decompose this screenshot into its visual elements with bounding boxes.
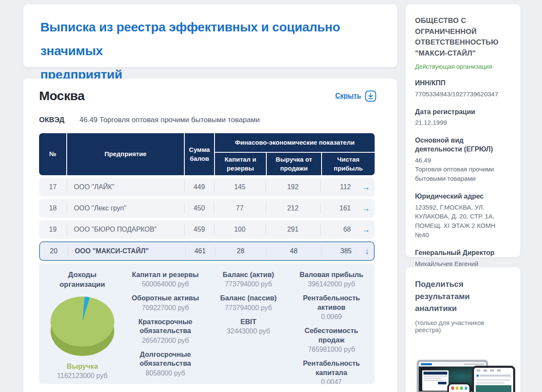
- region-title: Москва: [39, 89, 85, 103]
- metric: Долгосрочные обязательства 8058000 руб: [128, 350, 203, 377]
- metric-value: 8058000 руб: [128, 370, 203, 377]
- devices-illustration: [415, 344, 515, 392]
- income-chart-title: Доходы организации: [45, 270, 120, 290]
- legend-revenue-value: 1162123000 руб: [45, 372, 120, 380]
- row-capital: 100: [214, 220, 265, 239]
- col-header-company: Предприятие: [67, 133, 184, 175]
- col-header-num: №: [39, 133, 66, 175]
- okved-value: 46.49 Торговля оптовая прочими бытовыми …: [79, 116, 260, 124]
- metric-value: 265672000 руб: [128, 337, 203, 344]
- metrics-column: Капитал и резервы 500064000 руб Оборотны…: [124, 270, 207, 384]
- company-info-card: ОБЩЕСТВО С ОГРАНИЧЕННОЙ ОТВЕТСТВЕННОСТЬЮ…: [406, 4, 520, 257]
- metrics-column: Валовая прибыль 396142000 руб Рентабельн…: [290, 270, 373, 384]
- income-pie-chart: [51, 297, 114, 357]
- row-capital: 145: [214, 178, 265, 196]
- row-score: 459: [184, 220, 214, 239]
- row-company: ООО "БЮРО ПОДАРКОВ": [67, 220, 184, 239]
- tablet-mockup: [472, 366, 515, 392]
- metric-label: Баланс (пассив): [211, 294, 286, 302]
- metric-value: 0.0047: [294, 378, 369, 384]
- region-card: Москва Скрыть ОКВЭД 46.49 Торговля оптов…: [23, 78, 397, 392]
- col-header-score: Сумма балов: [185, 133, 214, 175]
- row-capital: 77: [214, 199, 265, 218]
- table-row[interactable]: 19 ООО "БЮРО ПОДАРКОВ" 459 100 291 68 →: [39, 220, 375, 239]
- metric: Валовая прибыль 396142000 руб: [294, 270, 369, 288]
- info-field: Основной вид деятельности (ЕГРЮЛ) 46.49 …: [415, 136, 511, 183]
- col-header-capital: Капитал и резервы: [215, 153, 266, 175]
- phone-mockup: [447, 383, 471, 392]
- metrics-column: Баланс (актив) 773794000 руб Баланс (пас…: [207, 270, 290, 384]
- expand-row-icon[interactable]: →: [362, 183, 370, 191]
- row-num: 18: [39, 199, 67, 218]
- row-num: 17: [39, 178, 67, 196]
- expand-row-icon[interactable]: →: [362, 204, 370, 213]
- row-company: ООО "МАКСИ-СТАЙЛ": [68, 242, 185, 260]
- metric: Рентабельность активов 0.0069: [294, 294, 369, 321]
- collapse-arrow-icon[interactable]: [365, 90, 376, 102]
- page: Выписка из реестра эффективных и социаль…: [0, 0, 542, 392]
- metric-value: 765981000 руб: [294, 346, 369, 353]
- table-row[interactable]: 18 ООО "Лекс груп" 450 77 212 161 →: [39, 199, 375, 218]
- metric-value: 500064000 руб: [128, 280, 203, 288]
- info-value: 46.49 Торговля оптовая прочими бытовыми …: [415, 156, 511, 183]
- metric-value: 396142000 руб: [294, 280, 369, 288]
- table-row-selected[interactable]: 20 ООО "МАКСИ-СТАЙЛ" 461 28 48 385 ↓: [39, 241, 375, 261]
- hide-link[interactable]: Скрыть: [335, 92, 361, 100]
- collapse-row-icon[interactable]: ↓: [365, 247, 370, 255]
- metric-value: 709227000 руб: [128, 304, 203, 312]
- expand-row-icon[interactable]: →: [362, 226, 370, 234]
- col-header-profit: Чистая прибыль: [322, 153, 375, 175]
- metric: Рентабельность капитала 0.0047: [294, 359, 369, 384]
- metric: Баланс (актив) 773794000 руб: [211, 270, 286, 288]
- legend-other-income-label: Другие доходы: [45, 383, 120, 384]
- hide-section-button[interactable]: Скрыть: [335, 90, 376, 102]
- info-value: 21.12.1999: [415, 118, 511, 127]
- info-field: Дата регистрации 21.12.1999: [415, 108, 511, 128]
- row-revenue: 212: [265, 199, 320, 218]
- row-capital: 28: [215, 242, 266, 260]
- legend-revenue-label: Выручка: [45, 362, 120, 371]
- metric: Оборотные активы 709227000 руб: [128, 294, 203, 311]
- row-score: 461: [185, 242, 215, 260]
- row-score: 449: [184, 178, 214, 196]
- metric-label: Себестоимость продаж: [294, 326, 369, 344]
- metric-value: 773794000 руб: [211, 304, 286, 312]
- table-row[interactable]: 17 ООО "ЛАЙК" 449 145 192 112 →: [39, 178, 375, 196]
- metric-label: Рентабельность капитала: [294, 359, 369, 377]
- info-field: Юридический адрес 123592, Г.МОСКВА, УЛ. …: [415, 192, 511, 240]
- metric-value: 773794000 руб: [211, 280, 286, 288]
- title-card: Выписка из реестра эффективных и социаль…: [23, 4, 397, 67]
- metric: Себестоимость продаж 765981000 руб: [294, 326, 369, 353]
- metric: Краткосрочные обязательства 265672000 ру…: [128, 317, 203, 344]
- okved-label: ОКВЭД: [39, 116, 79, 124]
- col-header-financial-group: Финасово-экономические показатели: [215, 133, 375, 152]
- metric: EBIT 32443000 руб: [211, 317, 286, 335]
- metric-label: Долгосрочные обязательства: [128, 350, 203, 368]
- row-revenue: 48: [266, 242, 321, 260]
- row-num: 19: [39, 220, 67, 239]
- info-value: 7705334943/1027739620347: [415, 90, 511, 99]
- metric: Баланс (пассив) 773794000 руб: [211, 294, 286, 311]
- share-subtitle: (только для участников реестра): [415, 319, 511, 333]
- metric-label: Оборотные активы: [128, 294, 203, 302]
- metric-label: Рентабельность активов: [294, 294, 369, 312]
- share-title: Поделиться результатами аналитики: [415, 278, 511, 315]
- share-analytics-card[interactable]: Поделиться результатами аналитики (тольк…: [406, 267, 520, 392]
- info-label: Юридический адрес: [415, 192, 511, 201]
- page-title: Выписка из реестра эффективных и социаль…: [40, 15, 380, 87]
- info-label: Генеральный Директор: [415, 249, 511, 258]
- company-name: ОБЩЕСТВО С ОГРАНИЧЕННОЙ ОТВЕТСТВЕННОСТЬЮ…: [415, 15, 511, 59]
- info-field: ИНН/КПП 7705334943/1027739620347: [415, 79, 511, 99]
- info-label: ИНН/КПП: [415, 79, 511, 88]
- metric-label: EBIT: [211, 317, 286, 326]
- info-value: 123592, Г.МОСКВА, УЛ. КУЛАКОВА, Д. 20, С…: [415, 203, 511, 240]
- row-num: 20: [40, 242, 68, 260]
- company-status-badge: Действующая организация: [415, 63, 511, 70]
- income-column: Доходы организации Выручка 1162123000 ру…: [41, 270, 124, 384]
- metric-label: Капитал и резервы: [128, 270, 203, 279]
- metric-label: Баланс (актив): [211, 270, 286, 279]
- company-details-panel: Доходы организации Выручка 1162123000 ру…: [39, 263, 375, 384]
- companies-table: № Предприятие Сумма балов Финасово-эконо…: [39, 133, 375, 261]
- row-revenue: 291: [265, 220, 320, 239]
- col-header-revenue: Выручка от продажи: [267, 153, 321, 175]
